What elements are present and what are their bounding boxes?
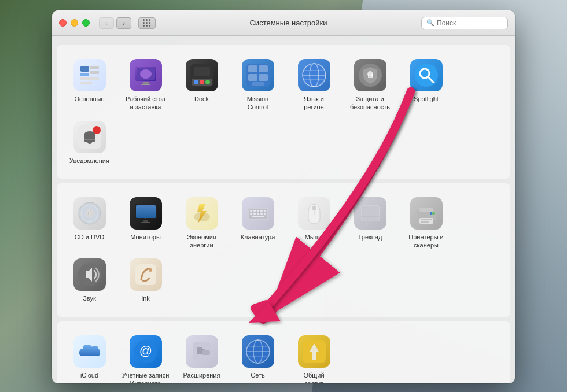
notifications-icon bbox=[73, 121, 106, 153]
icon-item-icloud[interactable]: iCloud bbox=[61, 331, 117, 383]
energy-label: Экономияэнергии bbox=[187, 233, 216, 250]
svg-rect-82 bbox=[202, 350, 210, 355]
icon-item-spotlight[interactable]: Spotlight bbox=[398, 54, 454, 116]
icon-item-security[interactable]: Защита ибезопасность bbox=[342, 54, 398, 116]
monitors-label: Мониторы bbox=[130, 233, 161, 241]
cd-label: CD и DVD bbox=[75, 233, 104, 241]
icon-item-mission[interactable]: MissionControl bbox=[230, 54, 286, 116]
back-button[interactable]: ‹ bbox=[99, 17, 114, 29]
language-icon bbox=[298, 59, 330, 91]
svg-rect-63 bbox=[252, 216, 264, 217]
section-personal: Основные bbox=[57, 45, 510, 179]
svg-text:@: @ bbox=[139, 343, 152, 358]
svg-rect-17 bbox=[194, 67, 210, 76]
svg-rect-54 bbox=[253, 210, 256, 212]
forward-button[interactable]: › bbox=[116, 17, 131, 29]
accounts-icon: @ bbox=[130, 335, 162, 368]
ink-icon bbox=[130, 258, 162, 291]
energy-icon bbox=[186, 197, 218, 230]
printers-icon bbox=[410, 197, 443, 230]
svg-point-16 bbox=[205, 80, 210, 84]
sharing-icon bbox=[298, 335, 330, 368]
svg-rect-56 bbox=[260, 210, 263, 212]
section-hardware: CD и DVD bbox=[57, 183, 510, 317]
sound-label: Звук bbox=[83, 294, 96, 302]
sharing-label: Общийдоступ bbox=[303, 371, 324, 383]
cd-icon bbox=[73, 197, 106, 230]
svg-rect-74 bbox=[430, 212, 432, 215]
icon-item-trackpad[interactable]: Трекпад bbox=[342, 193, 398, 254]
svg-rect-53 bbox=[250, 210, 252, 212]
close-button[interactable] bbox=[59, 19, 67, 27]
icon-item-language[interactable]: Язык ирегион bbox=[286, 54, 342, 116]
search-box[interactable]: 🔍 bbox=[421, 17, 508, 29]
language-label: Язык ирегион bbox=[304, 95, 324, 112]
icon-item-monitors[interactable]: Мониторы bbox=[117, 193, 174, 254]
search-input[interactable] bbox=[437, 19, 503, 27]
icon-item-mouse[interactable]: Мышь bbox=[286, 193, 342, 254]
section-internet: iCloud @ Учетные записиИнтернета bbox=[57, 321, 510, 383]
icon-item-sound[interactable]: Звук bbox=[61, 254, 117, 307]
svg-rect-71 bbox=[419, 218, 433, 224]
icon-item-ink[interactable]: Ink bbox=[117, 254, 174, 307]
printers-label: Принтеры исканеры bbox=[408, 233, 444, 250]
icon-item-cd[interactable]: CD и DVD bbox=[61, 193, 117, 254]
ink-label: Ink bbox=[141, 294, 150, 302]
mouse-label: Мышь bbox=[305, 233, 323, 241]
mission-label: MissionControl bbox=[247, 95, 268, 112]
extensions-icon bbox=[186, 335, 218, 368]
icon-item-printers[interactable]: Принтеры исканеры bbox=[398, 193, 454, 254]
svg-rect-61 bbox=[260, 213, 263, 215]
icon-item-notifications[interactable]: Уведомления bbox=[61, 116, 117, 169]
icon-item-extensions[interactable]: Расширения bbox=[174, 331, 230, 383]
icon-item-desktop[interactable]: Рабочий столи заставка bbox=[117, 54, 174, 116]
general-label: Основные bbox=[74, 95, 104, 103]
svg-point-75 bbox=[432, 212, 435, 215]
icon-item-sharing[interactable]: Общийдоступ bbox=[286, 331, 342, 383]
icon-item-accounts[interactable]: @ Учетные записиИнтернета bbox=[117, 331, 174, 383]
icon-item-network[interactable]: Сеть bbox=[230, 331, 286, 383]
icon-item-general[interactable]: Основные bbox=[61, 54, 117, 116]
svg-point-49 bbox=[145, 218, 146, 219]
svg-rect-1 bbox=[80, 73, 89, 76]
svg-rect-70 bbox=[419, 208, 433, 212]
svg-point-78 bbox=[149, 268, 152, 272]
icons-grid-hardware: CD и DVD bbox=[61, 193, 506, 308]
icons-grid-internet: iCloud @ Учетные записиИнтернета bbox=[61, 331, 506, 383]
svg-rect-0 bbox=[80, 66, 89, 72]
grid-view-button[interactable] bbox=[138, 17, 156, 29]
icon-item-energy[interactable]: Экономияэнергии bbox=[174, 193, 230, 254]
svg-point-42 bbox=[89, 212, 91, 215]
svg-rect-65 bbox=[312, 206, 316, 210]
trackpad-icon bbox=[354, 197, 386, 230]
svg-rect-2 bbox=[90, 66, 99, 69]
svg-rect-10 bbox=[143, 82, 149, 84]
svg-rect-77 bbox=[135, 264, 156, 285]
notifications-label: Уведомления bbox=[69, 157, 109, 165]
svg-rect-55 bbox=[257, 210, 259, 212]
extensions-label: Расширения bbox=[183, 371, 220, 379]
accounts-label: Учетные записиИнтернета bbox=[122, 371, 170, 383]
svg-rect-67 bbox=[362, 206, 379, 221]
svg-rect-72 bbox=[421, 219, 432, 220]
dock-icon bbox=[186, 59, 218, 91]
desktop-icon bbox=[130, 59, 162, 91]
maximize-button[interactable] bbox=[82, 19, 90, 27]
icon-item-dock[interactable]: Dock bbox=[174, 54, 230, 116]
svg-rect-21 bbox=[248, 74, 257, 81]
svg-rect-19 bbox=[248, 65, 257, 72]
minimize-button[interactable] bbox=[71, 19, 78, 27]
svg-rect-46 bbox=[136, 205, 156, 218]
desktop-label: Рабочий столи заставка bbox=[126, 95, 165, 112]
svg-rect-57 bbox=[264, 210, 266, 212]
general-icon bbox=[73, 59, 106, 91]
svg-point-9 bbox=[140, 69, 152, 79]
keyboard-label: Клавиатура bbox=[241, 233, 275, 241]
network-label: Сеть bbox=[251, 371, 264, 379]
svg-rect-4 bbox=[80, 77, 99, 80]
monitors-icon bbox=[130, 197, 162, 230]
icons-grid-personal: Основные bbox=[61, 54, 506, 169]
mouse-icon bbox=[298, 197, 330, 230]
icon-item-keyboard[interactable]: Клавиатура bbox=[230, 193, 286, 254]
trackpad-label: Трекпад bbox=[358, 233, 382, 241]
